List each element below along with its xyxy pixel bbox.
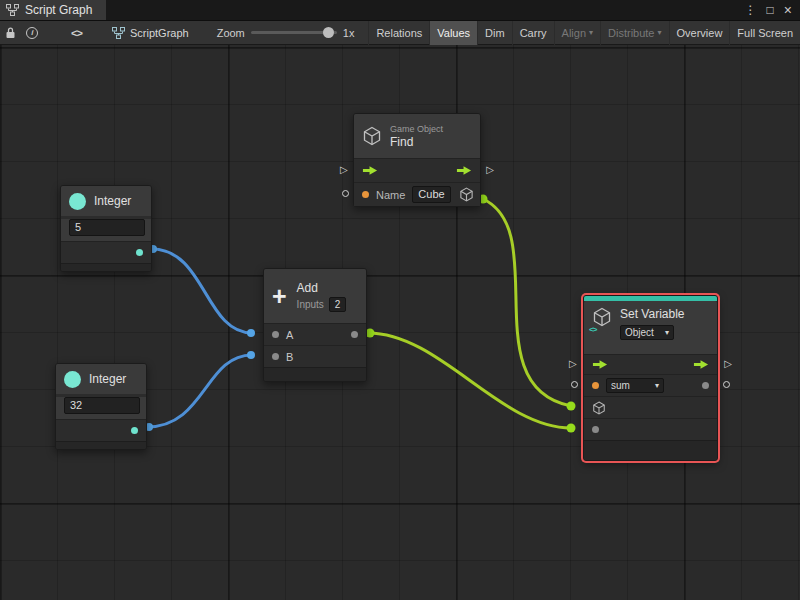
sum-output-port[interactable]	[351, 331, 358, 338]
wire-integer32-to-add-b[interactable]	[147, 355, 252, 427]
value-input-port[interactable]	[592, 426, 599, 433]
node-header: <> Set Variable Object ▾	[584, 301, 717, 354]
find-header-text: Game Object Find	[390, 124, 443, 149]
window-menu-icon[interactable]: ⋮	[745, 3, 757, 17]
carry-button[interactable]: Carry	[512, 21, 554, 45]
maximize-icon[interactable]: □	[767, 3, 774, 17]
variable-name-port[interactable]	[592, 382, 599, 389]
value-input-port-marker[interactable]	[571, 381, 578, 388]
unity-script-graph-window: Script Graph ⋮ □ × i <> ScriptGra	[0, 0, 800, 600]
window-controls: ⋮ □ ×	[745, 0, 800, 20]
script-graph-icon	[6, 4, 19, 16]
node-set-variable[interactable]: ▷ ▷ <> Set Variable Object ▾	[583, 295, 718, 461]
align-label: Align	[562, 27, 586, 39]
overview-button[interactable]: Overview	[669, 21, 730, 45]
graph-canvas[interactable]: Integer 5 Integer 32	[0, 45, 800, 600]
variable-scope-dropdown[interactable]: Object ▾	[620, 325, 674, 340]
node-title: Find	[390, 135, 443, 149]
node-add[interactable]: + Add Inputs 2 A B	[263, 268, 367, 382]
zoom-slider[interactable]	[251, 31, 337, 34]
flow-in-arrow-icon[interactable]	[592, 359, 608, 370]
integer-value-input[interactable]: 5	[69, 219, 145, 236]
dim-button[interactable]: Dim	[477, 21, 512, 45]
node-title: Integer	[94, 194, 131, 208]
value-output-port[interactable]	[702, 382, 709, 389]
lock-button[interactable]	[0, 21, 22, 45]
input-port-b[interactable]	[272, 353, 279, 360]
chevron-down-icon: ▾	[665, 328, 669, 337]
info-button[interactable]: i	[22, 21, 44, 45]
integer-value-input[interactable]: 32	[64, 397, 140, 414]
info-icon: i	[26, 27, 38, 39]
flow-in-arrow-icon[interactable]	[362, 165, 378, 176]
wire-find-to-setvariable-object[interactable]	[483, 199, 571, 406]
object-target-port-icon[interactable]	[592, 401, 606, 415]
integer-output-port[interactable]	[131, 427, 138, 434]
node-header: Integer	[61, 186, 151, 216]
name-label: Name	[376, 189, 405, 201]
flow-out-arrow-icon[interactable]	[693, 359, 709, 370]
node-integer-a[interactable]: Integer 5	[60, 185, 152, 272]
setvar-header-text: Set Variable Object ▾	[620, 307, 684, 340]
variable-name-dropdown[interactable]: sum ▾	[606, 378, 664, 393]
title-bar: Script Graph ⋮ □ ×	[0, 0, 800, 21]
name-port-row: Name Cube	[354, 182, 480, 206]
integer-icon	[69, 193, 86, 210]
lock-icon	[5, 27, 16, 39]
inputs-row: Inputs 2	[297, 297, 347, 312]
port-endpoint[interactable]	[567, 402, 576, 411]
relations-button[interactable]: Relations	[368, 21, 429, 45]
node-find[interactable]: ▷ ▷ Game Object Find	[353, 113, 481, 207]
input-port-a[interactable]	[272, 331, 279, 338]
name-input-port[interactable]	[362, 191, 369, 198]
flow-output-port-marker[interactable]: ▷	[724, 359, 732, 369]
node-title: Add	[297, 281, 318, 295]
align-button[interactable]: Align ▾	[554, 21, 600, 45]
values-label: Values	[437, 27, 470, 39]
game-object-output-port-icon[interactable]	[459, 187, 474, 202]
fullscreen-button[interactable]: Full Screen	[729, 21, 800, 45]
integer-output-port[interactable]	[136, 249, 143, 256]
wire-add-to-setvariable-value[interactable]	[368, 333, 571, 428]
zoom-control: Zoom 1x	[217, 27, 355, 39]
value-row: 32	[56, 397, 146, 419]
chevron-down-icon: ▾	[655, 381, 659, 390]
port-endpoint[interactable]	[247, 329, 255, 337]
integer-icon	[64, 371, 81, 388]
values-button[interactable]: Values	[429, 21, 477, 45]
overview-label: Overview	[677, 27, 723, 39]
relations-label: Relations	[376, 27, 422, 39]
graph-toolbar: i <> ScriptGraph Zoom 1x Relations Value…	[0, 21, 800, 45]
value-input-row	[584, 418, 717, 440]
flow-input-port-marker[interactable]: ▷	[340, 165, 348, 175]
port-b-label: B	[286, 351, 293, 363]
name-value-input[interactable]: Cube	[412, 186, 450, 203]
graph-name-label: ScriptGraph	[130, 27, 189, 39]
value-output-port-marker[interactable]	[723, 381, 730, 388]
value-row: 5	[61, 219, 151, 241]
wire-integer5-to-add-a[interactable]	[152, 249, 252, 333]
node-integer-b[interactable]: Integer 32	[55, 363, 147, 450]
close-icon[interactable]: ×	[784, 2, 792, 18]
graph-name[interactable]: ScriptGraph	[112, 27, 189, 39]
plus-icon: +	[272, 284, 287, 308]
zoom-slider-handle[interactable]	[323, 27, 334, 38]
distribute-button[interactable]: Distribute ▾	[600, 21, 668, 45]
set-variable-icon: <>	[592, 307, 612, 331]
flow-out-arrow-icon[interactable]	[456, 165, 472, 176]
code-view-button[interactable]: <>	[71, 27, 82, 39]
port-row-a: A	[264, 323, 366, 345]
port-endpoint[interactable]	[567, 424, 576, 433]
flow-output-port-marker[interactable]: ▷	[486, 165, 494, 175]
value-input-port-marker[interactable]	[342, 190, 349, 197]
flow-input-port-marker[interactable]: ▷	[569, 359, 577, 369]
inputs-label: Inputs	[297, 299, 324, 310]
node-footer	[61, 263, 151, 271]
port-endpoint[interactable]	[247, 351, 255, 359]
flow-port-row	[584, 354, 717, 374]
inputs-count-input[interactable]: 2	[329, 297, 347, 312]
node-category: Game Object	[390, 124, 443, 134]
node-title: Set Variable	[620, 307, 684, 321]
node-header: Integer	[56, 364, 146, 394]
tab-script-graph[interactable]: Script Graph	[0, 0, 106, 20]
